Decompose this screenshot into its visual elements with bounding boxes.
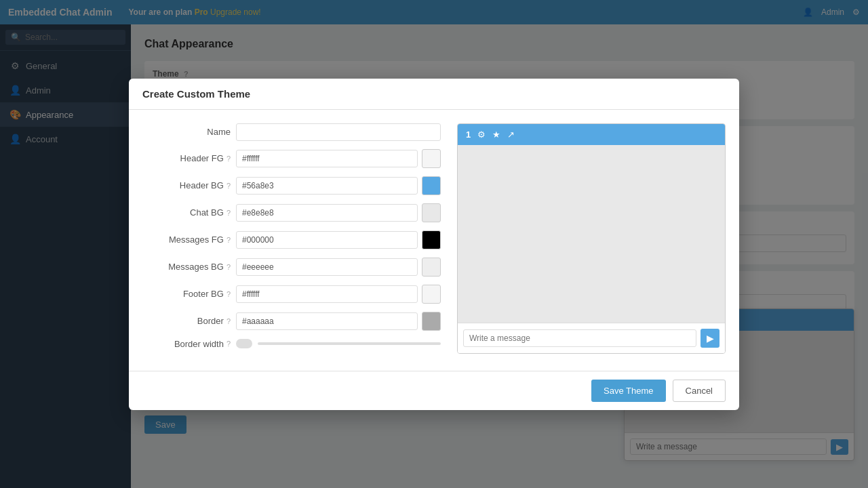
preview-header-icon1: ⚙: [477, 129, 486, 140]
header-fg-row: Header FG ?: [142, 149, 441, 168]
name-input-group: [236, 123, 441, 141]
modal-overlay[interactable]: Create Custom Theme Name Header FG: [0, 0, 868, 488]
border-input[interactable]: [236, 312, 418, 330]
header-fg-help-icon[interactable]: ?: [226, 155, 231, 163]
header-bg-row: Header BG ?: [142, 176, 441, 195]
messages-bg-input[interactable]: [236, 258, 418, 276]
border-width-row: Border width ?: [142, 339, 441, 349]
create-theme-modal: Create Custom Theme Name Header FG: [129, 79, 739, 410]
cancel-button[interactable]: Cancel: [673, 380, 726, 402]
chat-bg-swatch[interactable]: [422, 203, 441, 222]
footer-bg-help-icon[interactable]: ?: [226, 290, 231, 298]
messages-fg-input-group: [236, 230, 441, 249]
preview-header-icon3: ↗: [507, 129, 515, 140]
chat-bg-label: Chat BG ?: [142, 207, 231, 218]
preview-message-input[interactable]: [463, 329, 696, 347]
modal-title: Create Custom Theme: [129, 79, 739, 110]
border-width-track[interactable]: [258, 342, 441, 345]
border-width-toggle[interactable]: [236, 339, 252, 348]
name-input[interactable]: [236, 123, 441, 141]
modal-body: Name Header FG ?: [129, 110, 739, 371]
preview-send-button[interactable]: ▶: [701, 329, 719, 348]
messages-fg-help-icon[interactable]: ?: [226, 236, 231, 244]
preview-header-num: 1: [466, 129, 471, 140]
name-label: Name: [142, 127, 231, 137]
border-row: Border ?: [142, 312, 441, 331]
messages-fg-swatch[interactable]: [422, 230, 441, 249]
footer-bg-swatch[interactable]: [422, 285, 441, 304]
header-bg-swatch[interactable]: [422, 176, 441, 195]
header-fg-input[interactable]: [236, 150, 418, 167]
footer-bg-row: Footer BG ?: [142, 285, 441, 304]
border-label: Border ?: [142, 316, 231, 326]
send-icon: ▶: [707, 333, 714, 344]
border-swatch[interactable]: [422, 312, 441, 331]
messages-bg-row: Messages BG ?: [142, 258, 441, 277]
border-input-group: [236, 312, 441, 331]
messages-bg-input-group: [236, 258, 441, 277]
preview-widget: 1 ⚙ ★ ↗ ▶: [457, 123, 726, 354]
header-bg-input[interactable]: [236, 177, 418, 195]
header-fg-swatch[interactable]: [422, 149, 441, 168]
messages-fg-input[interactable]: [236, 231, 418, 249]
header-fg-input-group: [236, 149, 441, 168]
messages-fg-label: Messages FG ?: [142, 235, 231, 245]
modal-form: Name Header FG ?: [142, 123, 441, 357]
messages-bg-label: Messages BG ?: [142, 262, 231, 272]
chat-bg-input-group: [236, 203, 441, 222]
preview-header: 1 ⚙ ★ ↗: [458, 124, 725, 145]
save-theme-button[interactable]: Save Theme: [591, 380, 665, 402]
border-width-slider-group: [236, 339, 441, 348]
footer-bg-input-group: [236, 285, 441, 304]
chat-bg-row: Chat BG ?: [142, 203, 441, 222]
messages-bg-swatch[interactable]: [422, 258, 441, 277]
border-help-icon[interactable]: ?: [226, 317, 231, 325]
preview-body: [458, 145, 725, 323]
modal-preview: 1 ⚙ ★ ↗ ▶: [457, 123, 726, 357]
modal-footer: Save Theme Cancel: [129, 371, 739, 410]
footer-bg-input[interactable]: [236, 285, 418, 303]
chat-bg-help-icon[interactable]: ?: [226, 209, 231, 217]
name-row: Name: [142, 123, 441, 141]
header-bg-input-group: [236, 176, 441, 195]
preview-header-icon2: ★: [492, 129, 500, 140]
header-fg-label: Header FG ?: [142, 153, 231, 163]
messages-bg-help-icon[interactable]: ?: [226, 263, 231, 271]
footer-bg-label: Footer BG ?: [142, 289, 231, 299]
messages-fg-row: Messages FG ?: [142, 230, 441, 249]
header-bg-label: Header BG ?: [142, 180, 231, 190]
border-width-help-icon[interactable]: ?: [226, 340, 231, 348]
preview-footer: ▶: [458, 323, 725, 353]
chat-bg-input[interactable]: [236, 204, 418, 222]
header-bg-help-icon[interactable]: ?: [226, 182, 231, 190]
border-width-label: Border width ?: [142, 339, 231, 349]
